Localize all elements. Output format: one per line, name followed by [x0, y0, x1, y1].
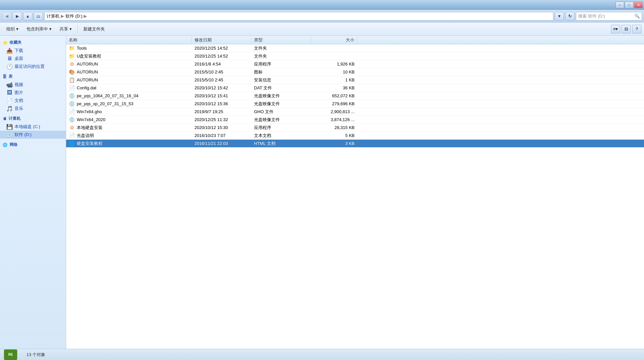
sidebar-item-video[interactable]: 📹 视频 [0, 81, 66, 89]
refresh-button[interactable]: ↻ [565, 12, 575, 21]
file-date-cell: 2019/9/7 19:25 [192, 109, 251, 114]
new-folder-label: 新建文件夹 [83, 26, 105, 32]
file-size-cell: 3 KB [311, 141, 357, 146]
column-date-header[interactable]: 修改日期 [192, 36, 251, 44]
table-row[interactable]: 📁 Tools 2020/12/25 14:52 文件夹 [66, 44, 644, 52]
share-button[interactable]: 共享 ▾ [56, 24, 75, 34]
table-row[interactable]: 📁 U盘安装教程 2020/12/25 14:52 文件夹 [66, 52, 644, 60]
table-row[interactable]: 🌐 硬盘安装教程 2016/11/21 22:03 HTML 文档 3 KB [66, 140, 644, 148]
file-name-text: Win7x64.gho [77, 109, 102, 114]
recent-icon: 🕐 [7, 64, 13, 69]
statusbar: RE 13 个对象 [0, 349, 644, 360]
table-row[interactable]: 💿 Win7x64_2020 2020/12/25 11:32 光盘映像文件 3… [66, 116, 644, 124]
table-row[interactable]: 📄 光盘说明 2016/10/23 7:07 文本文档 5 KB [66, 132, 644, 140]
table-row[interactable]: 💿 pe_yqs_1064_20_07_31_16_04 2020/10/12 … [66, 92, 644, 100]
file-list[interactable]: 名称 修改日期 类型 大小 📁 Tools 2020/12/25 14:52 文… [66, 36, 644, 349]
file-type-cell: 文件夹 [251, 53, 311, 59]
file-name-cell: ⚙ AUTORUN [66, 61, 192, 67]
up-button[interactable]: ▲ [23, 12, 32, 21]
file-name-text: 光盘说明 [77, 133, 94, 139]
computer-icon: 🖥 [3, 116, 7, 121]
breadcrumb-sep: ▶ [61, 14, 64, 19]
close-button[interactable]: ✕ [634, 2, 643, 8]
file-icon: 📋 [69, 77, 75, 83]
file-type-cell: 文本文档 [251, 133, 311, 139]
file-date-cell: 2020/12/25 14:52 [192, 54, 251, 59]
file-name-cell: 📄 Win7x64.gho [66, 109, 192, 115]
sidebar-item-desktop[interactable]: 🖥 桌面 [0, 55, 66, 63]
sidebar-section-computer: 🖥 计算机 💾 本地磁盘 (C:) 💿 软件 (D:) [0, 114, 66, 139]
table-row[interactable]: ⚙ 本地硬盘安装 2020/10/12 15:30 应用程序 28,315 KB [66, 124, 644, 132]
file-name-cell: 💿 Win7x64_2020 [66, 117, 192, 123]
sidebar-header-favorites[interactable]: ⭐ 收藏夹 [0, 38, 66, 47]
file-name-cell: 📁 Tools [66, 45, 192, 51]
sidebar-item-recent[interactable]: 🕐 最近访问的位置 [0, 63, 66, 70]
minimize-button[interactable]: ─ [616, 2, 624, 8]
file-size-cell: 10 KB [311, 69, 357, 74]
file-type-cell: 光盘映像文件 [251, 101, 311, 107]
table-row[interactable]: 📄 Config.dat 2020/10/12 15:42 DAT 文件 36 … [66, 84, 644, 92]
table-row[interactable]: 📄 Win7x64.gho 2019/9/7 19:25 GHO 文件 2,90… [66, 108, 644, 116]
dropdown-button[interactable]: ▼ [555, 12, 564, 21]
file-name-cell: 📋 AUTORUN [66, 77, 192, 83]
preview-pane-button[interactable]: ⊟ [622, 25, 631, 33]
file-icon: 📄 [69, 109, 75, 115]
table-row[interactable]: 💿 pe_yqs_xp_20_07_31_15_53 2020/10/12 15… [66, 100, 644, 108]
file-date-cell: 2016/1/8 4:54 [192, 62, 251, 67]
toolbar-separator [77, 25, 78, 33]
share-label: 共享 [60, 26, 68, 32]
sidebar-header-computer[interactable]: 🖥 计算机 [0, 114, 66, 123]
file-size-cell: 28,315 KB [311, 125, 357, 130]
breadcrumb[interactable]: 计算机 ▶ 软件 (D:) ▶ [44, 12, 553, 21]
file-type-cell: 光盘映像文件 [251, 117, 311, 123]
file-name-text: AUTORUN [77, 69, 98, 74]
table-row[interactable]: 🎨 AUTORUN 2015/5/10 2:45 图标 10 KB [66, 68, 644, 76]
computer-label: 计算机 [9, 116, 21, 121]
video-label: 视频 [15, 82, 23, 88]
search-box[interactable]: 搜索 软件 (D:) 🔍 [576, 12, 642, 21]
new-folder-button[interactable]: 新建文件夹 [80, 24, 108, 34]
breadcrumb-end: ▶ [84, 14, 87, 19]
file-name-text: pe_yqs_xp_20_07_31_15_53 [77, 101, 133, 106]
table-row[interactable]: 📋 AUTORUN 2015/5/10 2:45 安装信息 1 KB [66, 76, 644, 84]
file-name-text: Win7x64_2020 [77, 117, 106, 122]
file-type-cell: GHO 文件 [251, 109, 311, 115]
file-size-cell: 3,874,126 ... [311, 117, 357, 122]
sidebar-item-c-drive[interactable]: 💾 本地磁盘 (C:) [0, 123, 66, 131]
sidebar-item-documents[interactable]: 📄 文档 [0, 97, 66, 105]
organize-button[interactable]: 组织 ▾ [3, 24, 22, 34]
sidebar-header-library[interactable]: 🗄 库 [0, 72, 66, 81]
sidebar-item-downloads[interactable]: 📥 下载 [0, 47, 66, 55]
search-placeholder: 搜索 软件 (D:) [578, 13, 605, 19]
file-size-cell: 2,900,813 ... [311, 109, 357, 114]
sidebar-item-d-drive[interactable]: 💿 软件 (D:) [0, 131, 66, 139]
file-name-text: AUTORUN [77, 77, 98, 82]
file-name-cell: 🎨 AUTORUN [66, 69, 192, 75]
toolbar-right: ≡▾ ⊟ ? [611, 25, 641, 33]
view-dropdown-button[interactable]: ≡▾ [611, 25, 620, 33]
file-date-cell: 2020/12/25 11:32 [192, 117, 251, 122]
column-name-header[interactable]: 名称 [66, 36, 192, 44]
back-button[interactable]: ◀ [2, 12, 11, 21]
breadcrumb-computer[interactable]: 计算机 [47, 13, 60, 19]
file-icon: ⚙ [69, 61, 75, 67]
file-icon: 📁 [69, 53, 75, 59]
include-library-button[interactable]: 包含到库中 ▾ [23, 24, 55, 34]
file-name-text: U盘安装教程 [77, 53, 101, 59]
sidebar-item-music[interactable]: 🎵 音乐 [0, 105, 66, 112]
search-icon: 🔍 [634, 14, 640, 19]
c-drive-icon: 💾 [7, 124, 13, 130]
breadcrumb-drive[interactable]: 软件 (D:) [65, 13, 82, 19]
forward-button[interactable]: ▶ [13, 12, 22, 21]
main-area: ⭐ 收藏夹 📥 下载 🖥 桌面 🕐 最近访问的位置 🗄 库 [0, 36, 644, 349]
maximize-button[interactable]: □ [625, 2, 633, 8]
file-date-cell: 2015/5/10 2:45 [192, 77, 251, 82]
file-name-text: AUTORUN [77, 62, 98, 67]
column-type-header[interactable]: 类型 [251, 36, 311, 44]
sidebar-item-pictures[interactable]: 🖼 图片 [0, 89, 66, 97]
help-button[interactable]: ? [632, 25, 641, 33]
table-row[interactable]: ⚙ AUTORUN 2016/1/8 4:54 应用程序 1,926 KB [66, 60, 644, 68]
column-size-header[interactable]: 大小 [311, 36, 357, 44]
sidebar-header-network[interactable]: 🌐 网络 [0, 141, 66, 149]
file-type-cell: 光盘映像文件 [251, 93, 311, 99]
